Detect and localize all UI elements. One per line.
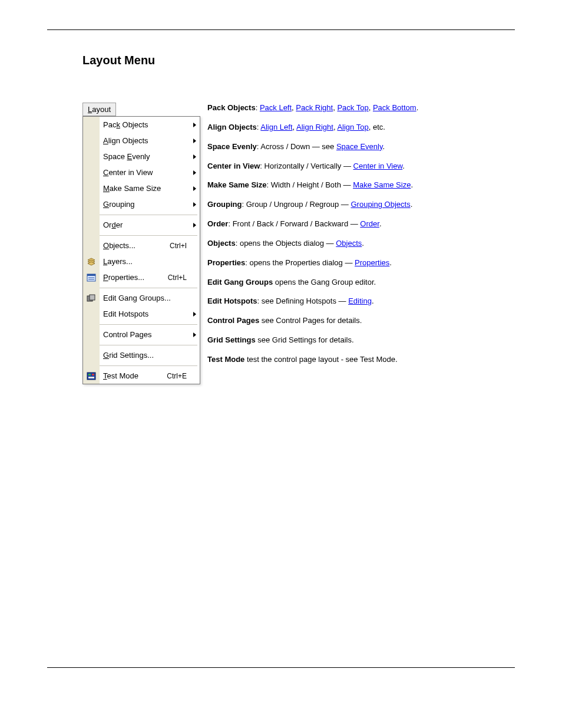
menu-item-label: Edit Gang Groups... — [100, 294, 200, 302]
menu-item-control-pages[interactable]: Control Pages — [83, 327, 200, 342]
link-order[interactable]: Order — [360, 219, 379, 228]
menu-item-grid-settings[interactable]: Grid Settings... — [83, 347, 200, 363]
link-center-in-view[interactable]: Center in View — [353, 162, 403, 170]
menu-separator — [83, 342, 200, 347]
link-pack-left[interactable]: Pack Left — [260, 103, 292, 112]
menu-item-edit-gang-groups[interactable]: Edit Gang Groups... — [83, 290, 200, 306]
link-pack-bottom[interactable]: Pack Bottom — [373, 103, 416, 112]
section-title: Layout Menu — [82, 54, 515, 67]
menu-item-label: Make Same Size — [100, 184, 200, 193]
test-icon — [83, 368, 100, 384]
menu-shortcut: Ctrl+E — [167, 372, 200, 380]
link-editing-hotspots[interactable]: Editing — [348, 297, 372, 305]
blank-icon — [83, 238, 100, 253]
link-pack-top[interactable]: Pack Top — [337, 103, 368, 112]
menu-item-label: Grid Settings... — [100, 351, 200, 360]
menu-item-center-in-view[interactable]: Center in View — [83, 164, 200, 180]
menu-item-label: Properties... — [100, 273, 168, 282]
blank-icon — [83, 180, 100, 196]
menu-separator — [83, 285, 200, 290]
submenu-arrow-icon — [193, 223, 196, 228]
svg-rect-9 — [87, 373, 95, 380]
blank-icon — [83, 133, 100, 149]
svg-rect-4 — [87, 274, 95, 276]
desc-edit-gang-groups: Edit Gang Groups opens the Gang Group ed… — [207, 277, 515, 288]
desc-grouping: Grouping: Group / Ungroup / Regroup — Gr… — [207, 199, 515, 210]
menu-item-label: Order — [100, 220, 200, 229]
menu-item-label: Grouping — [100, 200, 200, 209]
desc-test-mode: Test Mode test the control page layout -… — [207, 354, 515, 365]
svg-rect-12 — [88, 377, 94, 378]
blank-icon — [83, 347, 100, 363]
submenu-arrow-icon — [193, 312, 196, 317]
menu-separator — [83, 322, 200, 327]
menu-item-pack-objects[interactable]: Pack Objects — [83, 117, 200, 133]
submenu-arrow-icon — [193, 186, 196, 191]
bottom-rule — [47, 667, 515, 668]
svg-rect-11 — [92, 374, 94, 375]
blank-icon — [83, 327, 100, 342]
menu-item-label: Edit Hotspots — [100, 309, 200, 318]
svg-rect-8 — [90, 295, 95, 300]
submenu-arrow-icon — [193, 202, 196, 207]
menu-item-make-same-size[interactable]: Make Same Size — [83, 180, 200, 196]
link-make-same-size[interactable]: Make Same Size — [353, 180, 411, 189]
blank-icon — [83, 196, 100, 212]
menu-item-label: Control Pages — [100, 330, 200, 339]
menu-separator — [83, 212, 200, 217]
blank-icon — [83, 164, 100, 180]
link-properties[interactable]: Properties — [355, 258, 389, 267]
menu-item-test-mode[interactable]: Test ModeCtrl+E — [83, 368, 200, 384]
menu-item-properties[interactable]: Properties...Ctrl+L — [83, 269, 200, 285]
top-rule — [47, 29, 515, 30]
link-align-top[interactable]: Align Top — [337, 123, 368, 131]
props-icon — [83, 269, 100, 285]
desc-center-in-view: Center in View: Horizontally / Verticall… — [207, 161, 515, 172]
submenu-arrow-icon — [193, 123, 196, 127]
menu-separator — [83, 233, 200, 238]
blank-icon — [83, 217, 100, 233]
desc-space-evenly: Space Evenly: Across / Down — see Space … — [207, 141, 515, 153]
menu-shortcut: Ctrl+L — [168, 274, 200, 282]
submenu-arrow-icon — [193, 154, 196, 159]
blank-icon — [83, 117, 100, 133]
menu-item-align-objects[interactable]: Align Objects — [83, 133, 200, 149]
blank-icon — [83, 306, 100, 322]
desc-pack-objects: Pack Objects: Pack Left, Pack Right, Pac… — [207, 103, 515, 114]
link-objects[interactable]: Objects — [336, 239, 362, 248]
svg-rect-10 — [88, 374, 91, 375]
desc-properties: Properties: opens the Properties dialog … — [207, 258, 515, 269]
menu-item-label: Align Objects — [100, 136, 200, 145]
menu-item-label: Pack Objects — [100, 120, 200, 129]
menu-item-layers[interactable]: Layers... — [83, 253, 200, 269]
link-align-right[interactable]: Align Right — [296, 123, 333, 131]
desc-grid-settings: Grid Settings see Grid Settings for deta… — [207, 335, 515, 346]
menu-item-label: Objects... — [100, 241, 170, 250]
layout-menu: Layout Pack ObjectsAlign ObjectsSpace Ev… — [82, 103, 200, 384]
layers-icon — [83, 253, 100, 269]
gang-icon — [83, 290, 100, 306]
menu-item-objects[interactable]: Objects...Ctrl+I — [83, 238, 200, 253]
link-align-left[interactable]: Align Left — [260, 123, 292, 131]
link-grouping[interactable]: Grouping Objects — [351, 200, 410, 209]
submenu-arrow-icon — [193, 139, 196, 143]
desc-order: Order: Front / Back / Forward / Backward… — [207, 219, 515, 230]
menu-item-grouping[interactable]: Grouping — [83, 196, 200, 212]
blank-icon — [83, 149, 100, 164]
menu-item-edit-hotspots[interactable]: Edit Hotspots — [83, 306, 200, 322]
menu-item-label: Center in View — [100, 168, 200, 177]
menu-item-space-evenly[interactable]: Space Evenly — [83, 149, 200, 164]
submenu-arrow-icon — [193, 332, 196, 337]
menu-item-order[interactable]: Order — [83, 217, 200, 233]
link-space-evenly[interactable]: Space Evenly — [336, 142, 383, 151]
menu-separator — [83, 363, 200, 368]
desc-control-pages: Control Pages see Control Pages for deta… — [207, 315, 515, 327]
menu-header[interactable]: Layout — [82, 103, 116, 116]
menu-item-label: Test Mode — [100, 371, 167, 380]
desc-align-objects: Align Objects: Align Left, Align Right, … — [207, 122, 515, 133]
submenu-arrow-icon — [193, 170, 196, 175]
descriptions: Pack Objects: Pack Left, Pack Right, Pac… — [200, 103, 515, 374]
link-pack-right[interactable]: Pack Right — [296, 103, 333, 112]
menu-item-label: Space Evenly — [100, 152, 200, 161]
desc-edit-hotspots: Edit Hotspots: see Defining Hotspots — E… — [207, 296, 515, 307]
